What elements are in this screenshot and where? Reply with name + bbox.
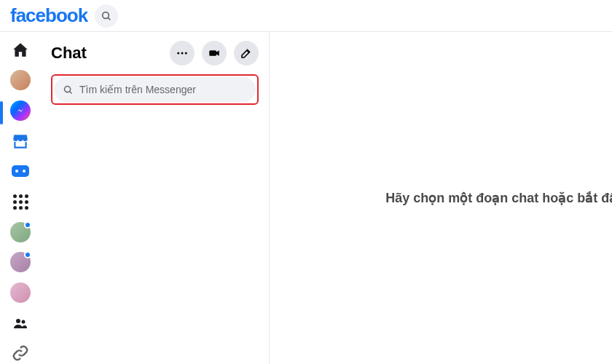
svg-line-1 [108, 17, 110, 20]
chat-sidebar: Chat [41, 32, 270, 364]
rail-marketplace[interactable] [7, 130, 34, 152]
contact-avatar [10, 222, 31, 242]
chat-header: Chat [51, 41, 259, 66]
chat-title: Chat [51, 44, 87, 63]
svg-point-4 [177, 52, 179, 55]
search-highlight-frame [51, 74, 259, 105]
left-rail [0, 32, 41, 364]
topbar: facebook [0, 0, 612, 32]
empty-state-text: Hãy chọn một đoạn chat hoặc bắt đầu c [385, 190, 612, 206]
chat-video-button[interactable] [202, 41, 227, 66]
rail-home[interactable] [7, 39, 34, 61]
chat-more-button[interactable] [170, 41, 195, 66]
rail-contact-2[interactable] [7, 251, 34, 273]
global-search-button[interactable] [95, 4, 118, 28]
groups-icon [12, 314, 29, 332]
svg-point-3 [22, 320, 26, 323]
home-icon [11, 41, 30, 60]
menu-grid-icon [13, 194, 28, 210]
gaming-icon [12, 165, 29, 177]
facebook-logo[interactable]: facebook [10, 4, 87, 27]
svg-point-5 [181, 52, 184, 55]
svg-point-6 [185, 52, 187, 55]
conversation-area: Hãy chọn một đoạn chat hoặc bắt đầu c [270, 32, 612, 364]
svg-rect-7 [209, 50, 216, 56]
marketplace-icon [11, 132, 30, 151]
chat-compose-button[interactable] [234, 41, 259, 66]
rail-menu[interactable] [7, 191, 34, 213]
search-icon [101, 10, 112, 22]
notification-badge [24, 221, 31, 229]
rail-messenger[interactable] [7, 100, 34, 122]
rail-profile[interactable] [7, 70, 34, 92]
messenger-search[interactable] [54, 77, 256, 102]
svg-point-0 [103, 12, 109, 18]
svg-point-2 [16, 319, 20, 323]
svg-point-8 [65, 86, 71, 92]
messenger-search-input[interactable] [79, 84, 247, 95]
rail-contact-3[interactable] [7, 282, 34, 304]
ellipsis-icon [176, 47, 189, 60]
svg-line-9 [70, 91, 72, 93]
profile-avatar [10, 70, 31, 90]
main-layout: Chat Hãy chọn một đoạn chat hoặc bắt [0, 32, 612, 364]
rail-gaming[interactable] [7, 161, 34, 183]
rail-contact-1[interactable] [7, 221, 34, 243]
video-icon [208, 47, 221, 60]
rail-link[interactable] [7, 342, 34, 364]
rail-groups[interactable] [7, 312, 34, 334]
chat-actions [170, 41, 259, 66]
search-icon [63, 84, 74, 95]
contact-avatar [10, 252, 31, 272]
link-icon [12, 344, 29, 362]
messenger-icon [10, 100, 31, 121]
contact-avatar [10, 282, 31, 303]
compose-icon [240, 47, 253, 60]
notification-badge [24, 251, 31, 258]
